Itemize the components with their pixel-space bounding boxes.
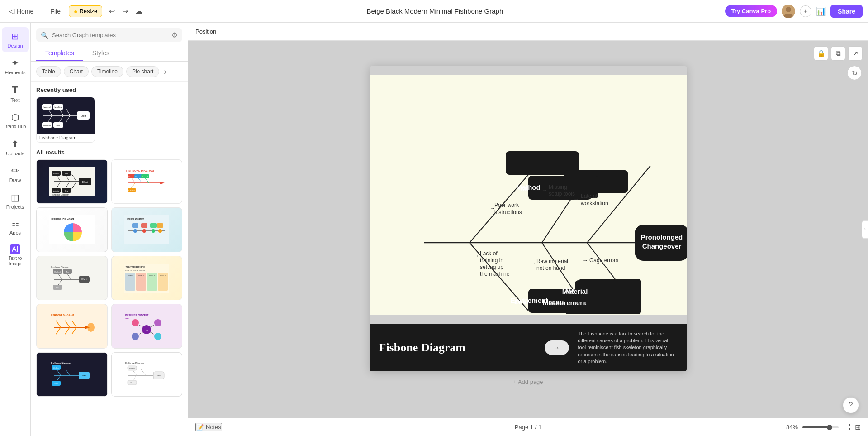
fishbone-main-canvas[interactable]: Pronolonged Changeover Equipment Equipme… — [370, 75, 687, 315]
lock-icon[interactable]: 🔒 — [814, 46, 828, 61]
fullscreen-button[interactable]: ⛶ — [843, 423, 850, 431]
design-icon: ⊞ — [11, 31, 19, 42]
canvas-wrapper[interactable]: 🔒 ⧉ ↗ ↻ › — [188, 41, 868, 418]
cloud-save-button[interactable]: ☁ — [133, 5, 145, 18]
search-bar: 🔍 ⚙ — [36, 28, 182, 42]
right-collapse-handle[interactable]: › — [862, 220, 868, 239]
sidebar-item-elements[interactable]: ✦ Elements — [2, 54, 29, 79]
page-info: Page 1 / 1 — [515, 424, 541, 431]
svg-point-99 — [87, 323, 95, 332]
export-icon[interactable]: ↗ — [848, 46, 863, 61]
svg-text:Method: Method — [53, 172, 59, 175]
search-input[interactable] — [52, 32, 168, 38]
redo-button[interactable]: ↪ — [120, 5, 130, 18]
share-button[interactable]: Share — [830, 5, 863, 18]
recently-used-card[interactable]: Effect Method Machine — [36, 97, 95, 143]
svg-rect-68 — [150, 223, 157, 228]
svg-text:Fishbone Diagram: Fishbone Diagram — [51, 193, 69, 196]
sidebar-item-apps[interactable]: ⚏ Apps — [2, 215, 29, 239]
svg-text:Process Pie Chart: Process Pie Chart — [51, 217, 74, 220]
fishbone-arrow-button[interactable]: → — [545, 340, 569, 355]
try-pro-button[interactable]: Try Canva Pro — [725, 5, 777, 17]
undo-button[interactable]: ↩ — [107, 5, 117, 18]
sidebar-item-draw[interactable]: ✏ Draw — [2, 162, 29, 187]
svg-text:Gage errors: Gage errors — [589, 257, 618, 264]
filter-icon[interactable]: ⚙ — [171, 31, 178, 39]
copy-icon[interactable]: ⧉ — [831, 46, 845, 61]
avatar[interactable] — [782, 5, 795, 18]
sidebar-item-text-to-image[interactable]: AI Text to Image — [2, 241, 29, 270]
svg-text:Lack of: Lack of — [480, 250, 498, 257]
svg-point-62 — [133, 229, 137, 233]
file-menu[interactable]: File — [47, 6, 64, 17]
svg-text:Man: Man — [66, 271, 69, 273]
svg-text:Man: Man — [65, 172, 68, 175]
tab-styles[interactable]: Styles — [83, 46, 119, 61]
chip-chart[interactable]: Chart — [64, 66, 89, 77]
bottom-right: 84% ⛶ ⊞ — [786, 423, 861, 431]
template-process-pie[interactable]: Process Pie Chart — [36, 207, 108, 252]
topbar: ◁ Home File ● Resize ↩ ↪ ☁ Beige Black M… — [0, 0, 868, 23]
chip-timeline[interactable]: Timeline — [91, 66, 123, 77]
notes-button[interactable]: 📝 Notes — [195, 423, 222, 431]
resize-button[interactable]: ● Resize — [69, 5, 102, 17]
template-fishbone-bw[interactable]: Effect Method Man Material — [36, 159, 108, 204]
svg-text:training in: training in — [480, 257, 503, 264]
template-business-concept[interactable]: BUSINESS CONCEPT MAP Core — [111, 304, 183, 348]
svg-text:→: → — [474, 253, 479, 259]
svg-text:Material: Material — [43, 125, 51, 127]
template-fishbone-gray[interactable]: Fishbone Diagram Effect Method Man Env — [36, 256, 108, 300]
panel-content: Recently used Effect — [31, 82, 188, 436]
chips-more-button[interactable]: › — [162, 67, 168, 77]
bottom-bar: 📝 Notes Page 1 / 1 84% ⛶ ⊞ — [188, 418, 868, 436]
help-button[interactable]: ? — [843, 397, 859, 413]
svg-text:Effect: Effect — [82, 374, 87, 377]
chip-table[interactable]: Table — [36, 66, 61, 77]
svg-text:Goal 3: Goal 3 — [149, 274, 155, 277]
zoom-slider-thumb — [827, 425, 832, 430]
svg-text:Late at: Late at — [581, 193, 598, 199]
svg-text:setup tools: setup tools — [549, 191, 575, 197]
svg-text:FISHBONE DIAGRAM: FISHBONE DIAGRAM — [51, 314, 74, 316]
analytics-icon[interactable]: 📊 — [816, 6, 826, 16]
template-yearly-milestone[interactable]: Yearly Milestone REALLY GREAT THEME Goal… — [111, 256, 183, 300]
svg-point-114 — [154, 333, 161, 340]
template-fishbone-orange[interactable]: FISHBONE DIAGRAM — [36, 304, 108, 348]
zoom-slider[interactable] — [802, 426, 839, 428]
template-fishbone-color[interactable]: FISHBONE DIAGRAM Cause1 Cause2 Cause3 — [111, 159, 183, 204]
svg-text:BUSINESS CONCEPT: BUSINESS CONCEPT — [125, 314, 148, 316]
template-fishbone-white[interactable]: Fishbone Diagram Effect Method Env — [111, 352, 183, 397]
chip-pie-chart[interactable]: Pie chart — [126, 66, 159, 77]
panel-tabs: Templates Styles — [31, 46, 188, 62]
add-page-button[interactable]: + Add page — [370, 375, 687, 389]
template-timeline[interactable]: Timeline Diagram — [111, 207, 183, 252]
svg-text:Env: Env — [131, 382, 134, 384]
sidebar-icons: ⊞ Design ✦ Elements T Text ⬡ Brand Hub ⬆… — [0, 23, 31, 436]
rotate-button[interactable]: ↻ — [847, 66, 862, 80]
sidebar-item-brand-hub[interactable]: ⬡ Brand Hub — [2, 108, 29, 133]
sidebar-item-uploads[interactable]: ⬆ Uploads — [2, 135, 29, 160]
draw-icon: ✏ — [11, 165, 19, 176]
sidebar-item-projects[interactable]: ◫ Projects — [2, 188, 29, 213]
add-collaborator-button[interactable]: + — [800, 5, 811, 17]
sidebar-item-text[interactable]: T Text — [2, 81, 29, 106]
svg-text:Cause1: Cause1 — [128, 176, 135, 178]
home-button[interactable]: ◁ Home — [5, 5, 37, 17]
svg-text:Env: Env — [54, 383, 57, 385]
svg-text:Poor work: Poor work — [494, 202, 519, 208]
svg-text:Man: Man — [57, 125, 61, 127]
svg-text:the machine: the machine — [480, 271, 510, 277]
svg-text:Env: Env — [56, 287, 59, 289]
left-panel: 🔍 ⚙ Templates Styles Table Chart Timelin… — [31, 23, 188, 436]
template-fishbone-dark-blue[interactable]: Fishbone Diagram Effect Method Env — [36, 352, 108, 397]
position-label: Position — [195, 28, 216, 35]
projects-icon: ◫ — [11, 192, 19, 203]
tab-templates[interactable]: Templates — [36, 46, 83, 61]
sidebar-item-design[interactable]: ⊞ Design — [2, 27, 29, 52]
svg-point-1 — [786, 7, 791, 12]
elements-icon: ✦ — [11, 57, 19, 68]
topbar-icons: ↩ ↪ ☁ — [107, 5, 145, 18]
bottom-left: 📝 Notes — [195, 423, 222, 431]
grid-view-button[interactable]: ⊞ — [855, 423, 861, 431]
home-label: Home — [17, 8, 33, 15]
